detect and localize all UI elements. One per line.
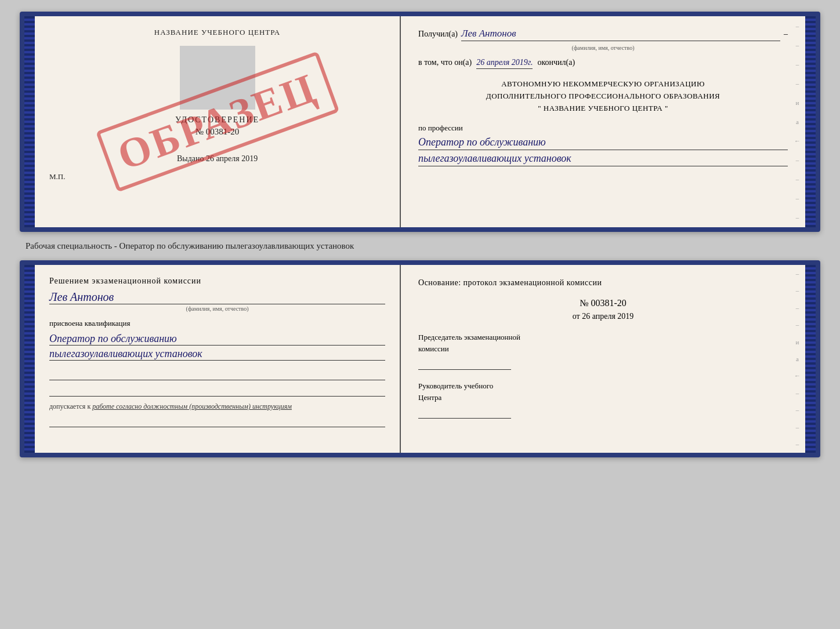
spine-bottom-right (805, 265, 816, 453)
vydano-label: Выдано (177, 154, 204, 163)
vtom-line: в том, что он(а) 26 апреля 2019г. окончи… (418, 58, 788, 69)
protocol-number: № 00381-20 (418, 298, 788, 308)
school-name-top: НАЗВАНИЕ УЧЕБНОГО ЦЕНТРА (49, 28, 385, 37)
document-container: НАЗВАНИЕ УЧЕБНОГО ЦЕНТРА УДОСТОВЕРЕНИЕ №… (20, 12, 820, 457)
qualification-line2: пылегазоулавливающих установок (49, 348, 385, 361)
dash: – (784, 30, 788, 39)
sig-line-3 (49, 416, 385, 427)
vydano-date: 26 апреля 2019 (206, 154, 258, 163)
okonchil: окончил(а) (537, 58, 575, 67)
doc-number: № 00381-20 (49, 127, 385, 137)
photo-placeholder (180, 46, 255, 110)
org-block: АВТОНОМНУЮ НЕКОММЕРЧЕСКУЮ ОРГАНИЗАЦИЮ ДО… (418, 78, 788, 114)
mp-label: М.П. (49, 172, 385, 181)
rukovoditel-sig-line (418, 407, 511, 419)
diploma-left-page: НАЗВАНИЕ УЧЕБНОГО ЦЕНТРА УДОСТОВЕРЕНИЕ №… (35, 16, 401, 227)
udostoverenie-label: УДОСТОВЕРЕНИЕ (49, 115, 385, 125)
predsedatel-line1: Председатель экзаменационной (418, 333, 788, 342)
resheniem-text: Решением экзаменационной комиссии (49, 277, 385, 286)
profession-line2: пылегазоулавливающих установок (418, 152, 788, 166)
qualification-line1: Оператор по обслуживанию (49, 333, 385, 346)
vtom-label: в том, что он(а) (418, 58, 472, 67)
org-line3: " НАЗВАНИЕ УЧЕБНОГО ЦЕНТРА " (418, 103, 788, 115)
vydano-line: Выдано 26 апреля 2019 (49, 154, 385, 163)
person-name-bottom: Лев Антонов (49, 290, 385, 304)
right-margin-marks-bottom: – – – – и а ← – – – – (794, 265, 801, 453)
diploma-right-page: Получил(а) Лев Антонов – (фамилия, имя, … (401, 16, 805, 227)
org-line2: ДОПОЛНИТЕЛЬНОГО ПРОФЕССИОНАЛЬНОГО ОБРАЗО… (418, 90, 788, 103)
po-professii: по профессии (418, 123, 788, 133)
org-line1: АВТОНОМНУЮ НЕКОММЕРЧЕСКУЮ ОРГАНИЗАЦИЮ (418, 78, 788, 90)
bottom-diploma: Решением экзаменационной комиссии Лев Ан… (20, 260, 820, 457)
spine-right (805, 16, 816, 227)
poluchil-label: Получил(а) (418, 30, 458, 39)
fio-sub-bottom: (фамилия, имя, отчество) (49, 306, 385, 312)
spine-bottom-left (24, 265, 35, 453)
dopusk-italic: работе согласно должностным (производств… (92, 402, 292, 410)
profession-line1: Оператор по обслуживанию (418, 136, 788, 150)
vtom-date: 26 апреля 2019г. (476, 58, 533, 69)
bottom-sig-lines (49, 369, 385, 397)
dopusk-prefix: допускается к (49, 402, 90, 410)
predsedatel-sig-line (418, 358, 511, 370)
spine-left (24, 16, 35, 227)
ot-date-value: 26 апреля 2019 (582, 312, 633, 321)
sig-line-2 (49, 385, 385, 397)
right-margin-marks: – – – – и а ← – – – – (794, 16, 801, 227)
ot-date: от 26 апреля 2019 (418, 312, 788, 321)
osnovanie: Основание: протокол экзаменационной коми… (418, 277, 788, 289)
top-diploma: НАЗВАНИЕ УЧЕБНОГО ЦЕНТРА УДОСТОВЕРЕНИЕ №… (20, 12, 820, 232)
ot-label: от (573, 312, 580, 321)
fio-subtitle-top: (фамилия, имя, отчество) (418, 45, 788, 51)
rukovoditel-line2: Центра (418, 393, 788, 402)
bottom-left-page: Решением экзаменационной комиссии Лев Ан… (35, 265, 401, 453)
prisvoena: присвоена квалификация (49, 319, 385, 328)
received-line: Получил(а) Лев Антонов – (418, 28, 788, 41)
predsedatel-line2: комиссии (418, 344, 788, 354)
bottom-right-page: Основание: протокол экзаменационной коми… (401, 265, 805, 453)
middle-text: Рабочая специальность - Оператор по обсл… (20, 239, 820, 253)
recipient-name: Лев Антонов (461, 28, 780, 41)
sig-line-1 (49, 369, 385, 380)
rukovoditel-line1: Руководитель учебного (418, 381, 788, 391)
dopuskaetsya: допускается к работе согласно должностны… (49, 402, 385, 411)
